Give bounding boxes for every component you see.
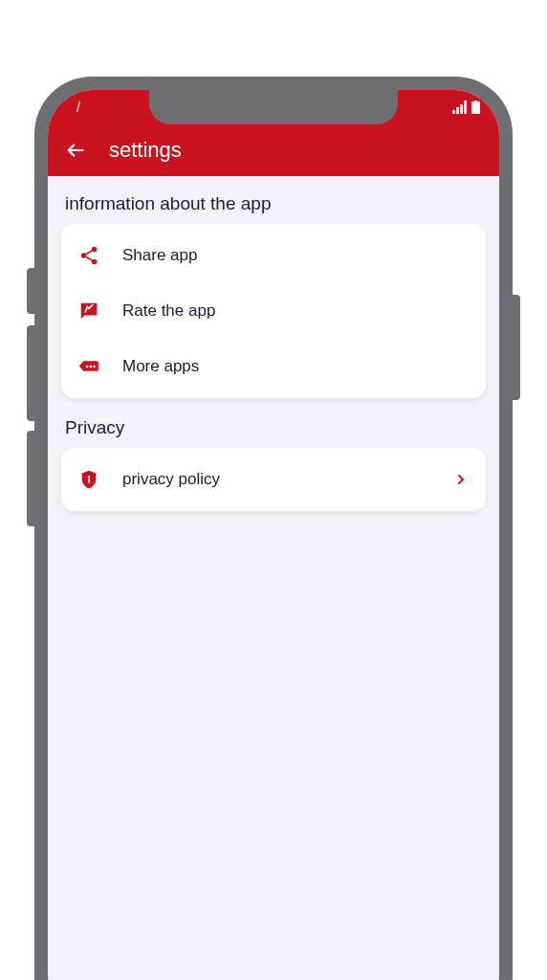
- status-icons: [452, 100, 480, 114]
- share-app-item[interactable]: Share app: [61, 228, 486, 283]
- section-header-privacy: Privacy: [61, 413, 486, 448]
- rate-app-item[interactable]: Rate the app: [61, 283, 486, 339]
- phone-volume-button: [27, 431, 34, 526]
- svg-point-6: [90, 366, 93, 368]
- battery-icon: [471, 100, 480, 114]
- svg-rect-1: [474, 100, 477, 102]
- item-label: Rate the app: [122, 301, 469, 321]
- phone-notch: [149, 90, 398, 124]
- svg-point-3: [81, 253, 87, 258]
- share-icon: [78, 245, 99, 266]
- svg-point-5: [86, 366, 89, 368]
- item-label: Share app: [122, 246, 469, 265]
- privacy-card: privacy policy: [61, 448, 486, 511]
- back-arrow-icon[interactable]: [65, 140, 86, 161]
- svg-point-7: [93, 366, 96, 368]
- svg-point-8: [88, 476, 91, 479]
- signal-icon: [452, 100, 468, 114]
- section-header-info: information about the app: [61, 189, 486, 224]
- item-label: privacy policy: [122, 470, 430, 489]
- more-apps-item[interactable]: More apps: [61, 339, 486, 394]
- app-header: settings: [48, 124, 499, 176]
- svg-point-4: [92, 259, 98, 265]
- privacy-policy-item[interactable]: privacy policy: [61, 452, 486, 507]
- chevron-right-icon: [453, 472, 469, 487]
- page-title: settings: [109, 138, 182, 163]
- screen: / settings information about the app: [48, 90, 499, 980]
- info-card: Share app Rate the app More apps: [61, 224, 486, 398]
- rate-icon: [78, 301, 99, 322]
- item-label: More apps: [122, 357, 469, 376]
- svg-rect-0: [471, 101, 480, 114]
- status-time-fragment: /: [77, 100, 80, 115]
- more-apps-icon: [78, 356, 99, 377]
- phone-frame: / settings information about the app: [34, 77, 513, 980]
- svg-point-2: [92, 247, 98, 253]
- phone-power-button: [513, 295, 520, 400]
- shield-icon: [78, 469, 99, 490]
- svg-rect-9: [88, 479, 90, 483]
- content: information about the app Share app Rate…: [48, 176, 499, 540]
